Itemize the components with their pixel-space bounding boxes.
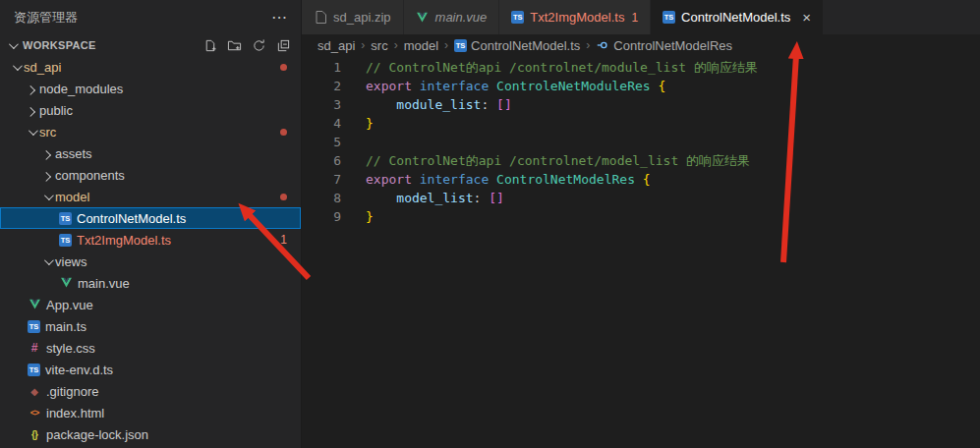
- tab-Txt2ImgModel.ts[interactable]: TSTxt2ImgModel.ts1: [499, 0, 651, 34]
- tree-file-Txt2ImgModel.ts[interactable]: TSTxt2ImgModel.ts1: [0, 229, 301, 251]
- code-line: 3 module_list: []: [302, 95, 980, 114]
- chevron-right-icon: ›: [394, 38, 398, 52]
- tree-file-main.vue[interactable]: main.vue: [0, 272, 301, 294]
- editor[interactable]: 1// ControlNet的api /controlnet/module_li…: [302, 56, 980, 448]
- new-file-icon[interactable]: [202, 37, 217, 53]
- chevron-right-icon: ›: [361, 38, 365, 52]
- ts-icon: TS: [511, 11, 524, 24]
- code-line: 9}: [302, 207, 980, 226]
- item-label: assets: [55, 146, 92, 161]
- tab-main.vue[interactable]: main.vue: [404, 0, 500, 34]
- code-text: }: [366, 114, 374, 133]
- tab-sd_api.zip[interactable]: sd_api.zip: [302, 0, 404, 34]
- tree-file-.gitignore[interactable]: ◆.gitignore: [0, 380, 301, 402]
- ts-icon: TS: [28, 364, 40, 376]
- editor-group: sd_api.zipmain.vueTSTxt2ImgModel.ts1TSCo…: [302, 0, 980, 448]
- tree-file-index.html[interactable]: <>index.html: [0, 402, 301, 423]
- code-line: 1// ControlNet的api /controlnet/module_li…: [302, 58, 980, 77]
- tree-file-package-lock.json[interactable]: {}package-lock.json: [0, 423, 301, 445]
- collapse-all-icon[interactable]: [275, 37, 291, 53]
- item-label: main.ts: [45, 319, 86, 334]
- item-label: package-lock.json: [46, 427, 148, 442]
- tree-folder-model[interactable]: model: [0, 186, 301, 207]
- file-tree: sd_apinode_modulespublicsrcassetscompone…: [0, 56, 301, 448]
- problem-badge: 1: [280, 233, 287, 247]
- vue-icon: [416, 11, 430, 25]
- line-number: 6: [302, 151, 341, 170]
- item-label: src: [39, 125, 56, 140]
- code-text: }: [366, 207, 374, 226]
- zip-icon: [314, 11, 327, 25]
- tab-ControlNetModel.ts[interactable]: TSControlNetModel.ts×: [651, 0, 824, 34]
- breadcrumb-label: ControlNetModel.ts: [471, 38, 580, 53]
- item-label: model: [55, 190, 89, 204]
- ts-icon: TS: [59, 212, 72, 225]
- code-line: 2export interface ControleNetModuleRes {: [302, 77, 980, 95]
- item-label: components: [55, 168, 125, 183]
- workspace-section-header[interactable]: WORKSPACE: [0, 34, 301, 56]
- item-label: App.vue: [46, 298, 93, 312]
- chevron-down-icon: [4, 42, 20, 49]
- json-icon: {}: [28, 427, 41, 441]
- close-icon[interactable]: ×: [802, 10, 811, 25]
- breadcrumb-label: model: [404, 38, 438, 53]
- chevron-right-icon: ›: [586, 38, 590, 52]
- refresh-icon[interactable]: [251, 37, 266, 53]
- item-label: style.css: [46, 341, 95, 356]
- code-line: 5: [302, 133, 980, 151]
- tree-folder-assets[interactable]: assets: [0, 142, 301, 164]
- tree-folder-node_modules[interactable]: node_modules: [0, 78, 301, 99]
- ts-icon: TS: [454, 39, 467, 52]
- explorer-title: 资源管理器: [14, 9, 78, 27]
- tab-label: ControlNetModel.ts: [681, 10, 790, 25]
- explorer-sidebar: 资源管理器 ⋯ WORKSPACE sd_apinode_modulespubl…: [0, 0, 302, 448]
- breadcrumb-item-ControlNetModelRes[interactable]: ControlNetModelRes: [596, 38, 732, 53]
- problem-badge: 1: [631, 11, 638, 25]
- item-label: main.vue: [78, 276, 130, 291]
- tree-folder-sd_api[interactable]: sd_api: [0, 56, 301, 78]
- vue-icon: [28, 298, 41, 311]
- chevron-down-icon: [39, 194, 55, 200]
- line-number: 1: [302, 58, 341, 77]
- item-label: Txt2ImgModel.ts: [77, 233, 171, 248]
- item-label: node_modules: [39, 82, 123, 96]
- tree-file-vite-env.d.ts[interactable]: TSvite-env.d.ts: [0, 359, 301, 380]
- item-label: vite-env.d.ts: [45, 363, 113, 377]
- breadcrumb-item-src[interactable]: src: [371, 38, 387, 53]
- chevron-right-icon: [39, 150, 55, 157]
- code-line: 4}: [302, 114, 980, 133]
- chevron-right-icon: ›: [444, 38, 448, 52]
- status-dot: [280, 194, 287, 200]
- chevron-right-icon: [24, 85, 39, 92]
- line-number: 3: [302, 95, 341, 114]
- tree-folder-components[interactable]: components: [0, 164, 301, 186]
- tree-file-main.ts[interactable]: TSmain.ts: [0, 315, 301, 337]
- line-number: 8: [302, 189, 341, 207]
- tree-folder-views[interactable]: views: [0, 251, 301, 272]
- new-folder-icon[interactable]: [226, 37, 242, 53]
- line-number: 7: [302, 170, 341, 189]
- code-line: 7export interface ControlNetModelRes {: [302, 170, 980, 189]
- item-label: .gitignore: [46, 384, 98, 399]
- code-text: // ControlNet的api /controlnet/model_list…: [366, 151, 750, 170]
- tree-file-style.css[interactable]: #style.css: [0, 337, 301, 359]
- chevron-down-icon: [24, 129, 39, 136]
- item-label: views: [55, 254, 87, 269]
- tree-file-App.vue[interactable]: App.vue: [0, 294, 301, 315]
- tree-file-ControlNetModel.ts[interactable]: TSControlNetModel.ts: [0, 207, 301, 229]
- breadcrumb-item-sd_api[interactable]: sd_api: [317, 38, 355, 53]
- chevron-right-icon: [24, 107, 39, 114]
- tree-folder-src[interactable]: src: [0, 121, 301, 142]
- html-icon: <>: [28, 406, 41, 420]
- ts-icon: TS: [28, 320, 40, 333]
- code-line: 6// ControlNet的api /controlnet/model_lis…: [302, 151, 980, 170]
- explorer-header: 资源管理器 ⋯: [0, 0, 301, 34]
- tree-folder-public[interactable]: public: [0, 99, 301, 121]
- interface-icon: [596, 38, 609, 52]
- item-label: public: [39, 103, 73, 118]
- breadcrumb-item-model[interactable]: model: [404, 38, 438, 53]
- more-actions-icon[interactable]: ⋯: [271, 8, 287, 27]
- breadcrumb-item-ControlNetModel.ts[interactable]: TSControlNetModel.ts: [454, 38, 580, 53]
- status-dot: [280, 129, 287, 136]
- code-line: 8 model_list: []: [302, 189, 980, 207]
